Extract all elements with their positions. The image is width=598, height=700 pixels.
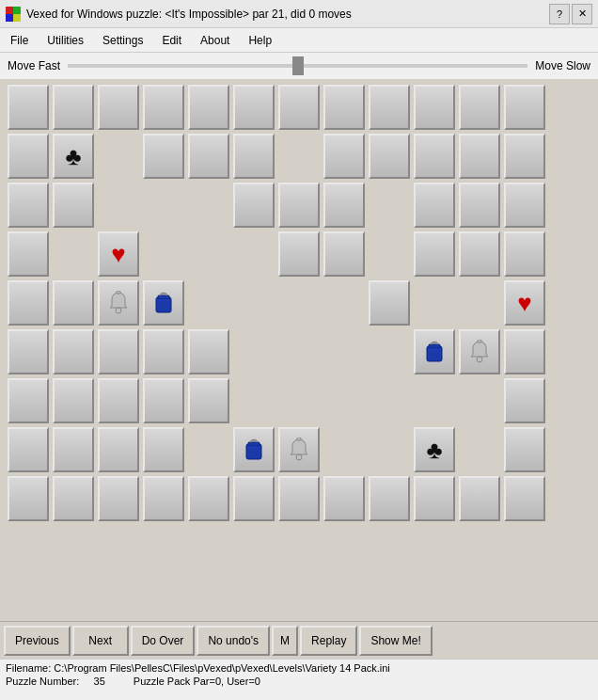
tile-r6c2[interactable]: [53, 329, 94, 374]
tile-r2c8[interactable]: [323, 134, 365, 179]
tile-r9c10[interactable]: [414, 476, 455, 521]
tile-r5c2[interactable]: [53, 280, 94, 326]
tile-r6c4[interactable]: [143, 329, 184, 374]
do-over-button[interactable]: Do Over: [131, 626, 196, 656]
tile-r3c12[interactable]: [504, 183, 545, 228]
show-me-button[interactable]: Show Me!: [359, 626, 432, 656]
tile-r1c1[interactable]: [8, 85, 49, 130]
tile-r2c9[interactable]: [369, 134, 410, 179]
cell-r4c12: [502, 230, 547, 278]
no-undos-button[interactable]: No undo's: [197, 626, 270, 656]
tile-r5c1[interactable]: [8, 280, 49, 326]
tile-r7c3[interactable]: [98, 378, 139, 423]
menu-help[interactable]: Help: [244, 32, 276, 49]
tile-r1c9[interactable]: [369, 85, 410, 130]
tile-r2c5[interactable]: [188, 134, 229, 179]
tile-r1c2[interactable]: [53, 85, 94, 130]
tile-r9c11[interactable]: [459, 476, 500, 521]
menu-about[interactable]: About: [196, 32, 234, 49]
tile-r9c6[interactable]: [233, 476, 275, 521]
tile-r9c5[interactable]: [188, 476, 229, 521]
tile-r6c10-bucket[interactable]: [414, 329, 455, 374]
tile-r4c7[interactable]: [278, 231, 320, 277]
close-button[interactable]: ✕: [572, 4, 592, 24]
tile-r8c3[interactable]: [98, 427, 139, 472]
tile-r2c10[interactable]: [414, 134, 455, 179]
tile-r2c1[interactable]: [8, 134, 49, 179]
tile-r5c9[interactable]: [369, 280, 410, 326]
tile-r9c3[interactable]: [98, 476, 139, 521]
tile-r5c4-bucket[interactable]: [143, 280, 184, 326]
tile-r8c7-bell[interactable]: [278, 427, 320, 472]
tile-r3c2[interactable]: [53, 183, 94, 228]
tile-r7c4[interactable]: [143, 378, 184, 423]
menu-file[interactable]: File: [6, 32, 33, 49]
tile-r1c3[interactable]: [98, 85, 139, 130]
tile-r2c4[interactable]: [143, 134, 184, 179]
tile-r4c10[interactable]: [414, 231, 455, 277]
tile-r6c11-bell[interactable]: [459, 329, 500, 374]
tile-r8c4[interactable]: [143, 427, 184, 472]
cell-r4c3: ♥: [96, 230, 141, 278]
tile-r1c10[interactable]: [414, 85, 455, 130]
previous-button[interactable]: Previous: [4, 626, 71, 656]
tile-r1c11[interactable]: [459, 85, 500, 130]
svg-point-12: [477, 357, 482, 362]
tile-r9c4[interactable]: [143, 476, 184, 521]
tile-r1c6[interactable]: [233, 85, 275, 130]
tile-r7c5[interactable]: [188, 378, 229, 423]
tile-r8c1[interactable]: [8, 427, 49, 472]
help-button[interactable]: ?: [549, 4, 570, 24]
next-button[interactable]: Next: [72, 626, 129, 656]
tile-r2c6[interactable]: [233, 134, 275, 179]
replay-button[interactable]: Replay: [300, 626, 357, 656]
tile-r5c12-heart[interactable]: ♥: [504, 280, 545, 326]
tile-r4c8[interactable]: [323, 231, 365, 277]
tile-r3c11[interactable]: [459, 183, 500, 228]
m-button[interactable]: M: [272, 626, 298, 656]
tile-r6c5[interactable]: [188, 329, 229, 374]
tile-r6c12[interactable]: [504, 329, 545, 374]
tile-r8c2[interactable]: [53, 427, 94, 472]
speed-slider[interactable]: [68, 64, 527, 68]
cell-r1c9: [367, 83, 412, 132]
tile-r2c2-clubs[interactable]: ♣: [53, 134, 94, 179]
tile-r1c8[interactable]: [323, 85, 365, 130]
menu-settings[interactable]: Settings: [98, 32, 148, 49]
tile-r9c9[interactable]: [369, 476, 410, 521]
tile-r3c1[interactable]: [8, 183, 49, 228]
tile-r3c7[interactable]: [278, 183, 320, 228]
tile-r9c7[interactable]: [278, 476, 320, 521]
tile-r3c8[interactable]: [323, 183, 365, 228]
tile-r3c10[interactable]: [414, 183, 455, 228]
tile-r8c6-bucket[interactable]: [233, 427, 275, 472]
tile-r2c11[interactable]: [459, 134, 500, 179]
bell-svg-r8c7: [289, 438, 309, 462]
tile-r9c1[interactable]: [8, 476, 49, 521]
tile-r9c12[interactable]: [504, 476, 545, 521]
tile-r4c3-heart[interactable]: ♥: [98, 231, 139, 277]
tile-r4c1[interactable]: [8, 231, 49, 277]
tile-r7c12[interactable]: [504, 378, 545, 423]
tile-r2c12[interactable]: [504, 134, 545, 179]
tile-r7c2[interactable]: [53, 378, 94, 423]
tile-r5c3-bell[interactable]: [98, 280, 139, 326]
tile-r4c12[interactable]: [504, 231, 545, 277]
tile-r4c11[interactable]: [459, 231, 500, 277]
tile-r8c10-clubs[interactable]: ♣: [414, 427, 455, 472]
tile-r1c12[interactable]: [504, 85, 545, 130]
tile-r1c4[interactable]: [143, 85, 184, 130]
tile-r9c2[interactable]: [53, 476, 94, 521]
tile-r8c12[interactable]: [504, 427, 545, 472]
tile-r6c1[interactable]: [8, 329, 49, 374]
tile-r7c1[interactable]: [8, 378, 49, 423]
tile-r3c6[interactable]: [233, 183, 275, 228]
tile-r6c3[interactable]: [98, 329, 139, 374]
cell-r6c9: [367, 327, 412, 376]
menu-utilities[interactable]: Utilities: [42, 32, 88, 49]
tile-r9c8[interactable]: [323, 476, 365, 521]
tile-r1c7[interactable]: [278, 85, 320, 130]
tile-r1c5[interactable]: [188, 85, 229, 130]
menu-edit[interactable]: Edit: [157, 32, 186, 49]
svg-rect-10: [429, 344, 440, 348]
